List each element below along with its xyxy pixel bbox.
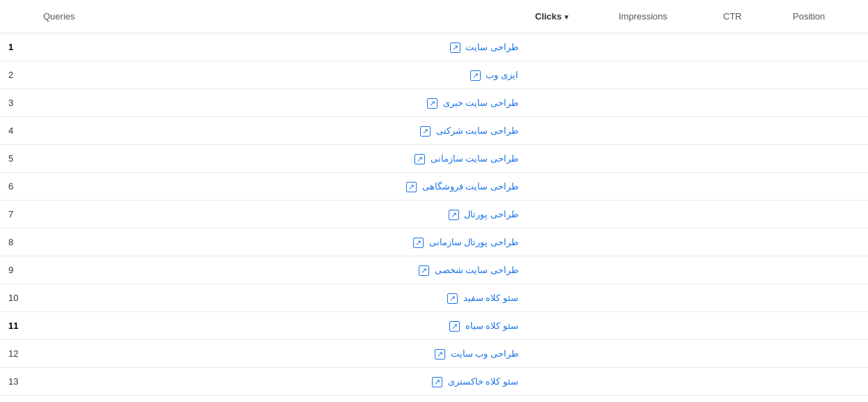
- row-position: [784, 235, 868, 249]
- query-link[interactable]: طراحی سایت شخصی ↗: [419, 265, 518, 275]
- row-position: [784, 180, 868, 194]
- row-query: سئو کلاه سیاه ↗: [35, 314, 527, 339]
- row-position: [784, 208, 868, 222]
- table-row: 10 سئو کلاه سفید ↗: [0, 284, 868, 312]
- row-ctr: [715, 319, 784, 333]
- row-number: 13: [0, 369, 35, 394]
- row-number: 9: [0, 258, 35, 282]
- row-query: طراحی پورتال سازمانی ↗: [35, 230, 527, 255]
- external-link-icon[interactable]: ↗: [427, 98, 437, 109]
- row-ctr: [715, 291, 784, 305]
- row-number: 10: [0, 286, 35, 310]
- external-link-icon[interactable]: ↗: [449, 210, 459, 220]
- table-header: Queries Clicks▼ Impressions CTR Position: [0, 0, 868, 33]
- query-link[interactable]: ایزی وب ↗: [470, 70, 518, 80]
- row-clicks: [527, 263, 610, 277]
- ctr-header[interactable]: CTR: [715, 6, 784, 27]
- row-number: 2: [0, 63, 35, 87]
- row-number: 11: [0, 314, 35, 338]
- query-link[interactable]: طراحی سایت شرکتی ↗: [420, 125, 518, 136]
- table-row: 2 ایزی وب ↗: [0, 61, 868, 89]
- query-link[interactable]: طراحی سایت فروشگاهی ↗: [406, 181, 518, 192]
- row-ctr: [715, 208, 784, 222]
- table-row: 7 طراحی پورتال ↗: [0, 201, 868, 229]
- query-link[interactable]: سئو کلاه سفید ↗: [447, 293, 518, 303]
- external-link-icon[interactable]: ↗: [447, 293, 458, 304]
- table-row: 8 طراحی پورتال سازمانی ↗: [0, 229, 868, 256]
- table-row: 6 طراحی سایت فروشگاهی ↗: [0, 173, 868, 201]
- external-link-icon[interactable]: ↗: [449, 321, 460, 332]
- impressions-header[interactable]: Impressions: [610, 6, 715, 27]
- row-impressions: [610, 124, 715, 138]
- row-clicks: [527, 319, 610, 333]
- num-header: [0, 6, 35, 27]
- row-query: طراحی سایت شخصی ↗: [35, 258, 527, 283]
- row-clicks: [527, 347, 610, 361]
- row-ctr: [715, 347, 784, 361]
- row-impressions: [610, 68, 715, 82]
- query-link[interactable]: طراحی سایت ↗: [450, 42, 518, 52]
- row-ctr: [715, 235, 784, 249]
- row-impressions: [610, 235, 715, 249]
- query-link[interactable]: طراحی پورتال سازمانی ↗: [413, 237, 518, 247]
- row-clicks: [527, 152, 610, 166]
- external-link-icon[interactable]: ↗: [414, 154, 425, 164]
- row-position: [784, 96, 868, 110]
- row-position: [784, 68, 868, 82]
- table-row: 4 طراحی سایت شرکتی ↗: [0, 117, 868, 145]
- external-link-icon[interactable]: ↗: [432, 377, 442, 387]
- row-number: 3: [0, 91, 35, 115]
- row-position: [784, 375, 868, 389]
- row-number: 1: [0, 35, 35, 59]
- row-ctr: [715, 96, 784, 110]
- row-position: [784, 263, 868, 277]
- row-impressions: [610, 96, 715, 110]
- external-link-icon[interactable]: ↗: [419, 265, 429, 276]
- row-clicks: [527, 96, 610, 110]
- table-row: 9 طراحی سایت شخصی ↗: [0, 256, 868, 284]
- row-impressions: [610, 347, 715, 361]
- position-header[interactable]: Position: [784, 6, 868, 27]
- row-impressions: [610, 291, 715, 305]
- external-link-icon[interactable]: ↗: [470, 70, 481, 81]
- row-ctr: [715, 152, 784, 166]
- row-query: طراحی سایت خبری ↗: [35, 91, 527, 116]
- row-ctr: [715, 180, 784, 194]
- table-row: 13 سئو کلاه خاکستری ↗: [0, 368, 868, 396]
- row-impressions: [610, 208, 715, 222]
- external-link-icon[interactable]: ↗: [435, 349, 445, 360]
- row-impressions: [610, 263, 715, 277]
- external-link-icon[interactable]: ↗: [420, 126, 431, 137]
- row-impressions: [610, 180, 715, 194]
- row-clicks: [527, 180, 610, 194]
- query-link[interactable]: طراحی سایت خبری ↗: [427, 98, 518, 108]
- queries-header[interactable]: Queries: [35, 6, 527, 27]
- row-position: [784, 347, 868, 361]
- queries-table: Queries Clicks▼ Impressions CTR Position…: [0, 0, 868, 402]
- row-number: 5: [0, 146, 35, 171]
- row-impressions: [610, 375, 715, 389]
- row-number: 4: [0, 118, 35, 143]
- query-link[interactable]: طراحی پورتال ↗: [449, 209, 518, 219]
- row-position: [784, 319, 868, 333]
- row-position: [784, 40, 868, 54]
- row-ctr: [715, 68, 784, 82]
- row-query: ایزی وب ↗: [35, 63, 527, 88]
- row-clicks: [527, 68, 610, 82]
- row-ctr: [715, 375, 784, 389]
- query-link[interactable]: طراحی سایت سازمانی ↗: [414, 153, 518, 164]
- row-query: طراحی سایت سازمانی ↗: [35, 146, 527, 171]
- external-link-icon[interactable]: ↗: [406, 182, 417, 192]
- table-row: 12 طراحی وب سایت ↗: [0, 340, 868, 368]
- row-number: 6: [0, 174, 35, 199]
- row-query: طراحی سایت شرکتی ↗: [35, 118, 527, 144]
- row-position: [784, 291, 868, 305]
- external-link-icon[interactable]: ↗: [450, 42, 460, 53]
- query-link[interactable]: سئو کلاه خاکستری ↗: [432, 376, 518, 387]
- external-link-icon[interactable]: ↗: [413, 238, 424, 248]
- row-query: سئو کلاه سفید ↗: [35, 286, 527, 311]
- clicks-header[interactable]: Clicks▼: [527, 6, 610, 27]
- query-link[interactable]: سئو کلاه سیاه ↗: [449, 320, 518, 331]
- query-link[interactable]: طراحی وب سایت ↗: [435, 348, 518, 359]
- table-row: 11 سئو کلاه سیاه ↗: [0, 312, 868, 340]
